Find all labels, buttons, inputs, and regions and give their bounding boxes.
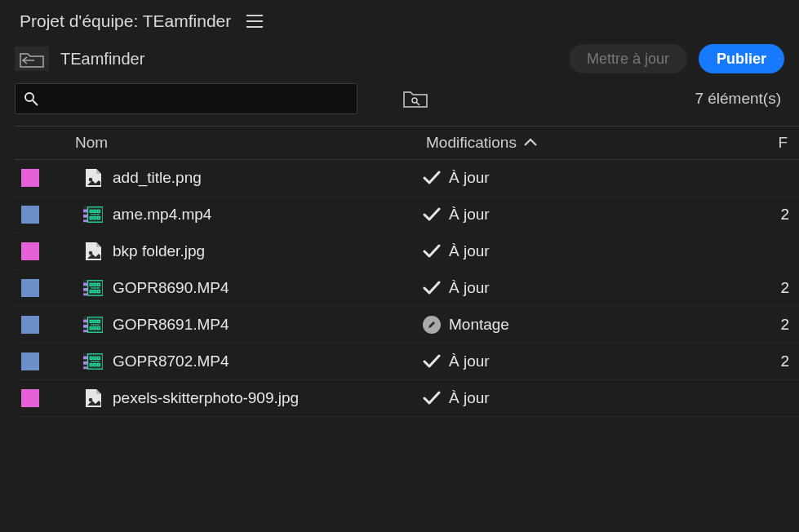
table-row[interactable]: GOPR8691.MP4Montage2 bbox=[15, 307, 799, 344]
modification-status: À jour bbox=[449, 242, 490, 260]
svg-point-5 bbox=[412, 98, 417, 103]
f-value: 2 bbox=[749, 279, 799, 297]
check-icon bbox=[423, 354, 441, 369]
file-name: bkp folder.jpg bbox=[113, 242, 423, 260]
modification-status: À jour bbox=[449, 352, 490, 370]
video-file-icon bbox=[83, 277, 103, 299]
svg-rect-22 bbox=[83, 286, 88, 288]
svg-rect-9 bbox=[83, 207, 88, 210]
check-icon bbox=[423, 244, 441, 259]
file-name: pexels-skitterphoto-909.jpg bbox=[113, 389, 423, 407]
edit-icon bbox=[423, 316, 441, 334]
svg-rect-34 bbox=[83, 328, 88, 330]
svg-rect-33 bbox=[83, 322, 88, 325]
svg-rect-23 bbox=[83, 291, 88, 294]
toolbar: TEamfinder Mettre à jour Publier bbox=[0, 39, 799, 80]
menu-icon[interactable] bbox=[246, 12, 264, 30]
image-file-icon bbox=[83, 241, 103, 262]
file-name: GOPR8691.MP4 bbox=[113, 316, 423, 334]
search-row: 7 élément(s) bbox=[0, 80, 799, 122]
col-modifications-header[interactable]: Modifications bbox=[426, 134, 752, 152]
video-file-icon bbox=[83, 204, 103, 225]
svg-rect-32 bbox=[83, 317, 88, 320]
publish-button[interactable]: Publier bbox=[699, 44, 784, 73]
file-name: GOPR8702.MP4 bbox=[113, 352, 423, 370]
svg-rect-21 bbox=[83, 281, 88, 283]
search-icon bbox=[24, 91, 38, 106]
video-file-icon bbox=[83, 314, 103, 335]
color-swatch[interactable] bbox=[21, 279, 39, 297]
f-value: 2 bbox=[749, 206, 799, 224]
video-file-icon bbox=[83, 351, 103, 372]
modification-status: Montage bbox=[449, 316, 509, 334]
file-name: GOPR8690.MP4 bbox=[113, 279, 423, 297]
table-row[interactable]: GOPR8702.MP4À jour2 bbox=[15, 344, 799, 380]
svg-line-4 bbox=[33, 100, 38, 105]
table-header: Nom Modifications F bbox=[15, 126, 799, 160]
table-row[interactable]: GOPR8690.MP4À jour2 bbox=[15, 270, 799, 307]
image-file-icon bbox=[83, 167, 103, 188]
modification-status: À jour bbox=[449, 279, 490, 297]
f-value: 2 bbox=[749, 352, 799, 370]
file-name: add_title.png bbox=[113, 169, 423, 187]
update-button[interactable]: Mettre à jour bbox=[569, 44, 687, 73]
svg-rect-43 bbox=[83, 354, 88, 357]
svg-rect-10 bbox=[83, 212, 88, 215]
breadcrumb[interactable]: TEamfinder bbox=[60, 50, 144, 69]
color-swatch[interactable] bbox=[21, 352, 39, 370]
panel-header: Projet d'équipe: TEamfinder bbox=[0, 0, 799, 39]
check-icon bbox=[423, 391, 441, 406]
color-swatch[interactable] bbox=[21, 316, 39, 334]
panel-title: Projet d'équipe: TEamfinder bbox=[20, 11, 231, 31]
item-count-label: 7 élément(s) bbox=[695, 90, 784, 108]
table-row[interactable]: ame.mp4.mp4À jour2 bbox=[15, 197, 799, 233]
table-row[interactable]: add_title.pngÀ jour bbox=[15, 160, 799, 197]
color-swatch[interactable] bbox=[21, 389, 39, 407]
modification-status: À jour bbox=[449, 206, 490, 224]
search-box[interactable] bbox=[15, 83, 357, 114]
svg-point-3 bbox=[25, 93, 33, 101]
image-file-icon bbox=[83, 388, 103, 409]
sort-ascending-icon bbox=[523, 138, 538, 148]
svg-line-6 bbox=[417, 103, 420, 106]
check-icon bbox=[423, 207, 441, 222]
color-swatch[interactable] bbox=[21, 206, 39, 224]
color-swatch[interactable] bbox=[21, 169, 39, 187]
modification-status: À jour bbox=[449, 169, 490, 187]
svg-rect-44 bbox=[83, 359, 88, 361]
col-f-header[interactable]: F bbox=[752, 134, 799, 152]
color-swatch[interactable] bbox=[21, 242, 39, 260]
modification-status: À jour bbox=[449, 389, 490, 407]
check-icon bbox=[423, 171, 441, 185]
search-folder-icon[interactable] bbox=[403, 89, 426, 109]
table-row[interactable]: pexels-skitterphoto-909.jpgÀ jour bbox=[15, 380, 799, 417]
f-value: 2 bbox=[749, 316, 799, 334]
svg-rect-11 bbox=[83, 218, 88, 220]
check-icon bbox=[423, 281, 441, 295]
file-name: ame.mp4.mp4 bbox=[113, 206, 423, 224]
search-input[interactable] bbox=[45, 91, 348, 106]
file-table: Nom Modifications F add_title.pngÀ joura… bbox=[0, 122, 799, 417]
col-modifications-label: Modifications bbox=[426, 134, 517, 152]
table-row[interactable]: bkp folder.jpgÀ jour bbox=[15, 233, 799, 270]
folder-up-button[interactable] bbox=[15, 47, 49, 71]
col-name-header[interactable]: Nom bbox=[67, 134, 426, 152]
svg-rect-45 bbox=[83, 365, 88, 367]
